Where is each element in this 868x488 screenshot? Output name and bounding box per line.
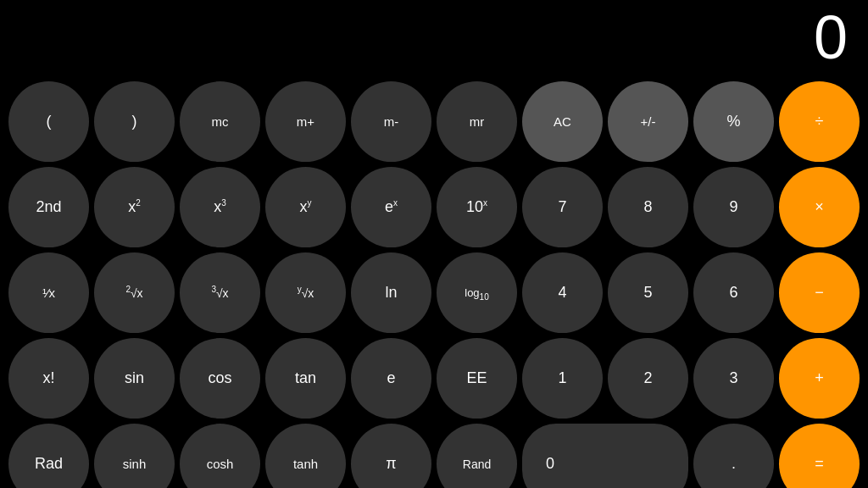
8-button[interactable]: 8 [608, 167, 688, 247]
cosh-button[interactable]: cosh [180, 424, 260, 488]
dot-button[interactable]: . [693, 424, 774, 488]
2rtx-button[interactable]: 2√x [94, 252, 175, 333]
plusminus-button[interactable]: +/- [608, 81, 688, 162]
display-value: 0 [814, 7, 848, 68]
1-button[interactable]: 1 [522, 338, 603, 419]
x3-button[interactable]: x3 [180, 167, 260, 247]
divide-button[interactable]: ÷ [779, 81, 860, 162]
rand-button[interactable]: Rand [437, 424, 517, 488]
tanh-button[interactable]: tanh [265, 424, 346, 488]
mr-button[interactable]: mr [437, 81, 517, 162]
cos-button[interactable]: cos [180, 338, 260, 419]
log10-button[interactable]: log10 [437, 252, 517, 333]
mplus-button[interactable]: m+ [265, 81, 346, 162]
10x-button[interactable]: 10x [437, 167, 517, 247]
xfact-button[interactable]: x! [8, 338, 89, 419]
minus-button[interactable]: − [779, 252, 860, 333]
sinh-button[interactable]: sinh [94, 424, 175, 488]
mc-button[interactable]: mc [180, 81, 260, 162]
sin-button[interactable]: sin [94, 338, 175, 419]
x2-button[interactable]: x2 [94, 167, 175, 247]
ex-button[interactable]: ex [351, 167, 431, 247]
ln-button[interactable]: ln [351, 252, 431, 333]
calculator-grid: ()mcm+m-mrAC+/-%÷2ndx2x3xyex10x789×¹⁄x2√… [0, 76, 868, 488]
3-button[interactable]: 3 [693, 338, 774, 419]
close-paren-button[interactable]: ) [94, 81, 175, 162]
3rtx-button[interactable]: 3√x [180, 252, 260, 333]
percent-button[interactable]: % [693, 81, 774, 162]
1x-button[interactable]: ¹⁄x [8, 252, 89, 333]
ac-button[interactable]: AC [522, 81, 603, 162]
ee-button[interactable]: EE [437, 338, 517, 419]
7-button[interactable]: 7 [522, 167, 603, 247]
5-button[interactable]: 5 [608, 252, 688, 333]
6-button[interactable]: 6 [693, 252, 774, 333]
rad-button[interactable]: Rad [8, 424, 89, 488]
xy-button[interactable]: xy [265, 167, 346, 247]
display: 0 [0, 0, 868, 76]
open-paren-button[interactable]: ( [8, 81, 89, 162]
9-button[interactable]: 9 [693, 167, 774, 247]
plus-button[interactable]: + [779, 338, 860, 419]
tan-button[interactable]: tan [265, 338, 346, 419]
e-button[interactable]: e [351, 338, 431, 419]
4-button[interactable]: 4 [522, 252, 603, 333]
mminus-button[interactable]: m- [351, 81, 431, 162]
0-button[interactable]: 0 [522, 424, 688, 488]
2nd-button[interactable]: 2nd [8, 167, 89, 247]
multiply-button[interactable]: × [779, 167, 860, 247]
pi-button[interactable]: π [351, 424, 431, 488]
equals-button[interactable]: = [779, 424, 860, 488]
2-button[interactable]: 2 [608, 338, 688, 419]
yrtx-button[interactable]: y√x [265, 252, 346, 333]
